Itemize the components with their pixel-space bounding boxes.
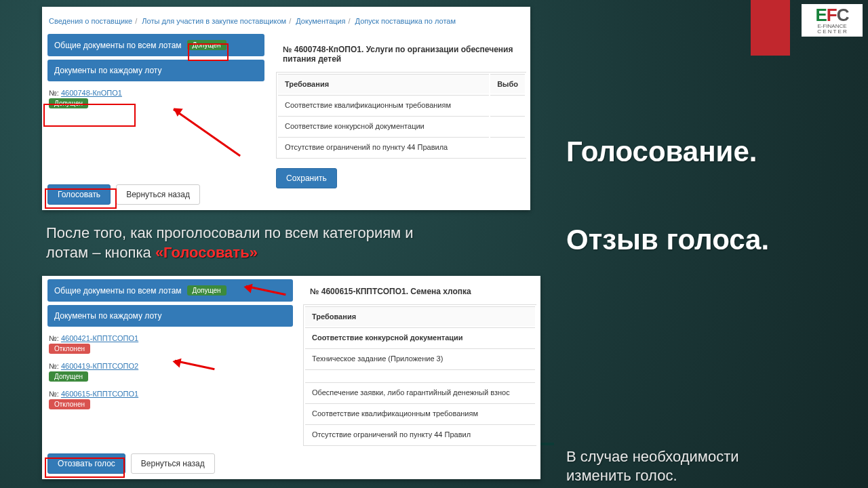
- requirements-table: ТребованияВыбо Соответствие квалификацио…: [276, 72, 526, 159]
- save-button[interactable]: Сохранить: [276, 168, 337, 188]
- table-row: Соответствие конкурсной документации: [278, 116, 489, 136]
- lot-link[interactable]: 4600419-КППТСОПО2: [61, 362, 138, 370]
- lot-status-badge: Отклонен: [49, 399, 90, 409]
- col-req: Требования: [305, 306, 535, 326]
- table-row: Техническое задание (Приложение 3): [305, 348, 535, 368]
- table-row: Отсутствие ограничений по пункту 44 Прав…: [305, 424, 535, 444]
- status-badge-allowed: Допущен: [187, 40, 226, 50]
- crumb-4[interactable]: Допуск поставщика по лотам: [355, 17, 456, 25]
- table-row: Соответствие конкурсной документации: [305, 327, 535, 347]
- crumb-1[interactable]: Сведения о поставщике: [49, 17, 132, 25]
- lot-status-badge: Допущен: [49, 371, 88, 382]
- lot-header: № 4600748-КпОПО1. Услуги по организации …: [276, 41, 526, 68]
- lot-status-badge: Отклонен: [49, 344, 90, 354]
- lot-status-badge: Допущен: [49, 98, 88, 108]
- panel-all-docs[interactable]: Общие документы по всем лотам Допущен: [47, 34, 264, 56]
- panel-each-lot[interactable]: Документы по каждому лоту: [47, 60, 264, 81]
- caption-right: В случае необходимости изменить голос.: [566, 447, 739, 485]
- recall-vote-button[interactable]: Отозвать голос: [47, 453, 125, 474]
- col-choice: Выбо: [490, 74, 525, 94]
- screenshot-1: Сведения о поставщике/ Лоты для участия …: [42, 7, 530, 210]
- screenshot-2: Общие документы по всем лотам Допущен До…: [42, 276, 540, 479]
- crumb-2[interactable]: Лоты для участия в закупке поставщиком: [142, 17, 286, 25]
- panel-all-docs-2[interactable]: Общие документы по всем лотам Допущен: [47, 279, 293, 302]
- panel-all-label: Общие документы по всем лотам: [54, 41, 182, 50]
- efc-logo: EFC E-FINANCE C E N T E R: [802, 4, 863, 37]
- crumb-3[interactable]: Документация: [296, 17, 345, 25]
- vote-button[interactable]: Голосовать: [47, 184, 111, 205]
- table-row: [305, 369, 535, 381]
- slide-title-2: Отзыв голоса.: [566, 224, 769, 256]
- right-pane-2: № 4600615-КППТСОПО1. Семена хлопка Требо…: [303, 283, 536, 446]
- caption-under-shot1: После того, как проголосовали по всем ка…: [46, 224, 487, 262]
- table-row: Отсутствие ограничений по пункту 44 Прав…: [278, 137, 489, 157]
- slide-title-1: Голосование.: [566, 136, 757, 168]
- right-pane-1: № 4600748-КпОПО1. Услуги по организации …: [276, 41, 526, 188]
- col-req: Требования: [278, 74, 489, 94]
- lot-link[interactable]: 4600615-КППТСОПО1: [61, 390, 138, 398]
- back-button[interactable]: Вернуться назад: [116, 184, 200, 205]
- back-button-2[interactable]: Вернуться назад: [131, 453, 215, 474]
- table-row: Соответствие квалификационным требования…: [278, 95, 489, 115]
- decor-red-block: [751, 0, 790, 56]
- lot-link[interactable]: 4600421-КППТСОПО1: [61, 334, 138, 342]
- table-row: Соответствие квалификационным требования…: [305, 403, 535, 423]
- breadcrumb: Сведения о поставщике/ Лоты для участия …: [42, 7, 530, 30]
- table-row: Обеспечение заявки, либо гарантийный ден…: [305, 382, 535, 402]
- status-badge-allowed: Допущен: [187, 285, 226, 296]
- requirements-table-2: Требования Соответствие конкурсной докум…: [303, 304, 536, 446]
- panel-each-lot-2[interactable]: Документы по каждому лоту: [47, 305, 293, 327]
- lot-header-2: № 4600615-КППТСОПО1. Семена хлопка: [303, 283, 536, 300]
- lot-link[interactable]: 4600748-КпОПО1: [61, 89, 122, 97]
